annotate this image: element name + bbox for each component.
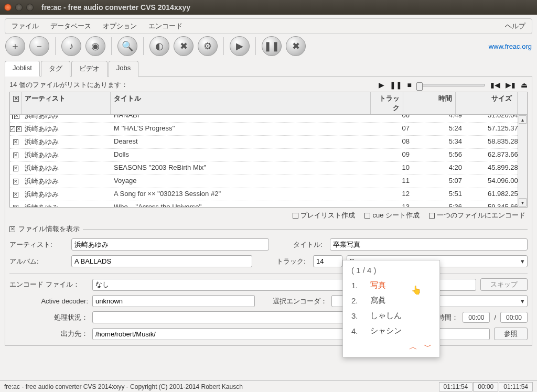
play-icon[interactable]: ▶ <box>379 81 384 89</box>
track-label: トラック: <box>276 257 309 266</box>
seek-slider[interactable] <box>417 84 485 86</box>
table-row[interactable]: 浜崎あゆみHANABI064:4951.020.040 <box>10 115 527 123</box>
ime-candidate-2[interactable]: 2.寫眞 <box>343 293 439 308</box>
prev-icon[interactable]: ▮◀ <box>490 81 500 89</box>
toolbar-separator <box>111 37 112 55</box>
output-label: 出力先： <box>9 329 88 339</box>
header-size[interactable]: サイズ <box>456 92 518 114</box>
table-row[interactable]: 浜崎あゆみSEASONS ''2003 ReBirth Mix''104:204… <box>10 162 527 175</box>
toolbar-search-icon[interactable]: 🔍 <box>117 36 137 56</box>
tab-video[interactable]: ビデオ <box>71 61 108 77</box>
status-time-1: 01:11:54 <box>439 382 473 391</box>
status-time-2: 00:00 <box>473 382 498 391</box>
toolbar-play-icon[interactable]: ▶ <box>230 36 250 56</box>
toolbar: ＋ － ♪ ◉ 🔍 ◐ ✖ ⚙ ▶ ❚❚ ✖ www.freac.org <box>0 34 537 57</box>
joblist-status: 14 個のファイルがリストにあります： <box>9 80 128 90</box>
menu-options[interactable]: オプション <box>100 20 140 32</box>
title-field[interactable] <box>330 238 528 251</box>
toolbar-separator <box>223 37 224 55</box>
next-icon[interactable]: ▶▮ <box>506 81 515 89</box>
output-options: プレイリスト作成 cue シート作成 一つのファイルにエンコード <box>9 208 528 223</box>
table-row[interactable]: 浜崎あゆみVoyage115:0754.096.000 <box>10 175 527 188</box>
menu-database[interactable]: データベース <box>47 20 94 32</box>
toolbar-clear-icon[interactable]: ✖ <box>174 36 194 56</box>
chevron-down-icon: ▾ <box>521 297 524 305</box>
menubar: ファイル データベース オプション エンコード ヘルプ <box>5 18 532 34</box>
decoder-label: Active decoder: <box>9 297 88 305</box>
tab-panel-joblist: 14 個のファイルがリストにあります： ▶ ❚❚ ■ ▮◀ ▶▮ ⏏ アーティス… <box>5 77 532 346</box>
eject-icon[interactable]: ⏏ <box>521 81 528 89</box>
toolbar-separator <box>255 37 256 55</box>
ime-prev-icon[interactable]: ︿ <box>409 342 417 353</box>
ime-candidate-popup: ( 1 / 4 ) 1.写真 2.寫眞 3.しゃしん 4.シャシン ︿ ﹀ <box>342 260 440 357</box>
window-close-button[interactable] <box>4 4 12 11</box>
statusbar-text: fre:ac - free audio converter CVS 2014xx… <box>4 383 243 390</box>
ime-candidate-4[interactable]: 4.シャシン <box>343 323 439 339</box>
ime-candidate-3[interactable]: 3.しゃしん <box>343 308 439 323</box>
window-maximize-button[interactable] <box>26 4 34 11</box>
toolbar-stop-icon[interactable]: ✖ <box>286 36 306 56</box>
statusbar: fre:ac - free audio converter CVS 2014xx… <box>0 380 537 392</box>
toolbar-cd-icon[interactable]: ♪ <box>61 36 81 56</box>
divider <box>9 274 528 274</box>
encoder-label: 選択エンコーダ： <box>273 297 327 306</box>
toolbar-cddb-icon[interactable]: ◉ <box>85 36 105 56</box>
encode-file-label: エンコード ファイル： <box>9 280 88 289</box>
header-time[interactable]: 時間 <box>403 92 456 114</box>
skip-button[interactable]: スキップ <box>480 278 528 291</box>
pause-icon[interactable]: ❚❚ <box>390 81 402 89</box>
toolbar-remove-icon[interactable]: － <box>29 36 49 56</box>
toolbar-settings-icon[interactable]: ⚙ <box>198 36 218 56</box>
menu-help[interactable]: ヘルプ <box>502 20 529 32</box>
browse-button[interactable]: 参照 <box>494 328 528 340</box>
fileinfo-toggle[interactable] <box>9 226 15 232</box>
progress-label: 処理状況： <box>9 313 88 322</box>
scrollbar[interactable]: ▴ ▾ <box>518 115 527 207</box>
title-label: タイトル: <box>293 240 326 249</box>
artist-field[interactable] <box>71 238 269 251</box>
stop-icon[interactable]: ■ <box>407 81 412 89</box>
album-field[interactable] <box>71 255 252 267</box>
table-row[interactable]: 浜崎あゆみM ''HΛL'S Progress''075:2457.125.37… <box>10 123 527 136</box>
media-controls: ▶ ❚❚ ■ ▮◀ ▶▮ ⏏ <box>379 81 528 89</box>
tab-tag[interactable]: タグ <box>41 61 70 77</box>
menu-file[interactable]: ファイル <box>8 20 42 32</box>
status-time-3: 01:11:54 <box>499 382 533 391</box>
window-minimize-button[interactable] <box>15 4 23 11</box>
time-total: 00:00 <box>500 312 528 323</box>
toolbar-website-link[interactable]: www.freac.org <box>489 42 532 50</box>
window-titlebar: fre:ac - free audio converter CVS 2014xx… <box>0 0 537 15</box>
header-artist[interactable]: アーティスト <box>22 92 111 114</box>
ime-candidate-1[interactable]: 1.写真 <box>343 278 439 293</box>
track-field[interactable] <box>313 255 342 267</box>
table-row[interactable]: 浜崎あゆみWho... ''Across the Universe''135:3… <box>10 201 527 207</box>
toolbar-add-files-icon[interactable]: ＋ <box>5 36 25 56</box>
toolbar-pause-icon[interactable]: ❚❚ <box>262 36 282 56</box>
header-title[interactable]: タイトル <box>111 92 371 114</box>
header-track[interactable]: トラック <box>371 92 403 114</box>
fileinfo-label: ファイル情報を表示 <box>18 224 80 234</box>
scroll-up-icon[interactable]: ▴ <box>519 115 527 124</box>
tabs: Joblist タグ ビデオ Jobs <box>5 60 532 77</box>
tab-jobs[interactable]: Jobs <box>109 61 138 77</box>
header-scrollbar-spacer <box>518 92 527 114</box>
time-label: 時間： <box>438 313 458 322</box>
table-row[interactable]: 浜崎あゆみDolls095:5662.873.664 <box>10 149 527 162</box>
table-row[interactable]: 浜崎あゆみDearest085:3458.835.280 <box>10 136 527 149</box>
opt-playlist[interactable]: プレイリスト作成 <box>293 211 355 220</box>
menu-encode[interactable]: エンコード <box>145 20 186 32</box>
toolbar-separator <box>143 37 144 55</box>
toolbar-separator <box>55 37 56 55</box>
opt-single-file[interactable]: 一つのファイルにエンコード <box>429 211 525 220</box>
ime-next-icon[interactable]: ﹀ <box>424 342 432 353</box>
table-row[interactable]: 浜崎あゆみA Song for ×× ''030213 Session #2''… <box>10 188 527 201</box>
decoder-field[interactable] <box>92 295 255 307</box>
album-label: アルバム: <box>9 257 67 266</box>
tab-joblist[interactable]: Joblist <box>5 61 40 77</box>
opt-cuesheet[interactable]: cue シート作成 <box>364 211 420 220</box>
scroll-down-icon[interactable]: ▾ <box>519 198 527 206</box>
header-checkbox[interactable] <box>10 92 22 114</box>
toolbar-globe-icon[interactable]: ◐ <box>149 36 169 56</box>
fileinfo-section: ファイル情報を表示 <box>9 224 528 234</box>
artist-label: アーティスト: <box>9 240 67 249</box>
